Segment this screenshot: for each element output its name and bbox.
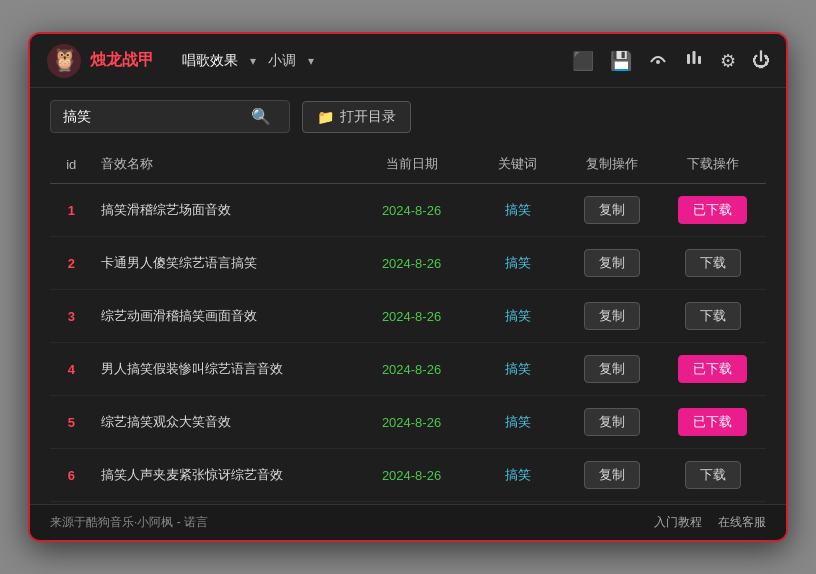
nav-singing-effect[interactable]: 唱歌效果 xyxy=(174,48,246,74)
svg-rect-4 xyxy=(693,51,696,64)
app-logo: 🦉 xyxy=(46,43,82,79)
cell-keyword[interactable]: 搞笑 xyxy=(471,449,566,502)
cell-date: 2024-8-26 xyxy=(352,184,470,237)
copy-button-5[interactable]: 复制 xyxy=(584,408,640,436)
download-button-1[interactable]: 已下载 xyxy=(678,196,747,224)
svg-point-2 xyxy=(656,60,660,64)
nav-arrow-2: ▾ xyxy=(308,54,314,68)
search-input[interactable] xyxy=(63,109,243,125)
copy-button-2[interactable]: 复制 xyxy=(584,249,640,277)
copy-button-4[interactable]: 复制 xyxy=(584,355,640,383)
cell-keyword[interactable]: 搞笑 xyxy=(471,343,566,396)
svg-rect-3 xyxy=(687,54,690,64)
col-name: 音效名称 xyxy=(93,145,353,184)
settings-icon[interactable]: ⚙ xyxy=(720,50,736,72)
footer-links: 入门教程 在线客服 xyxy=(654,514,766,531)
table-row: 5 综艺搞笑观众大笑音效 2024-8-26 搞笑 复制 已下载 xyxy=(50,396,766,449)
logo-area: 🦉 烛龙战甲 xyxy=(46,43,154,79)
nav-minor[interactable]: 小调 xyxy=(260,48,304,74)
col-copy-op: 复制操作 xyxy=(565,145,660,184)
svg-text:🦉: 🦉 xyxy=(51,46,79,73)
search-input-wrap: 🔍 xyxy=(50,100,290,133)
copy-button-6[interactable]: 复制 xyxy=(584,461,640,489)
col-keyword: 关键词 xyxy=(471,145,566,184)
cell-download: 已下载 xyxy=(660,396,766,449)
nav-arrow-1: ▾ xyxy=(250,54,256,68)
cell-copy: 复制 xyxy=(565,343,660,396)
svg-rect-5 xyxy=(698,56,701,64)
title-bar: 🦉 烛龙战甲 唱歌效果 ▾ 小调 ▾ ⬛ 💾 xyxy=(30,34,786,88)
col-download-op: 下载操作 xyxy=(660,145,766,184)
power-icon[interactable]: ⏻ xyxy=(752,50,770,71)
nav-section: 唱歌效果 ▾ 小调 ▾ xyxy=(174,48,314,74)
cell-download: 已下载 xyxy=(660,184,766,237)
cell-date: 2024-8-26 xyxy=(352,237,470,290)
cell-keyword[interactable]: 搞笑 xyxy=(471,184,566,237)
download-button-6[interactable]: 下载 xyxy=(685,461,741,489)
cell-name: 综艺动画滑稽搞笑画面音效 xyxy=(93,290,353,343)
cell-keyword[interactable]: 搞笑 xyxy=(471,290,566,343)
cell-copy: 复制 xyxy=(565,290,660,343)
cell-name: 搞笑人声夹麦紧张惊讶综艺音效 xyxy=(93,449,353,502)
cell-copy: 复制 xyxy=(565,449,660,502)
cell-date: 2024-8-26 xyxy=(352,290,470,343)
cell-id: 5 xyxy=(50,396,93,449)
footer-info: 来源于酷狗音乐·小阿枫 - 诺言 xyxy=(50,514,654,531)
save-icon[interactable]: 💾 xyxy=(610,50,632,72)
download-button-2[interactable]: 下载 xyxy=(685,249,741,277)
cell-name: 男人搞笑假装惨叫综艺语言音效 xyxy=(93,343,353,396)
tutorial-link[interactable]: 入门教程 xyxy=(654,514,702,531)
cell-id: 2 xyxy=(50,237,93,290)
table-row: 4 男人搞笑假装惨叫综艺语言音效 2024-8-26 搞笑 复制 已下载 xyxy=(50,343,766,396)
search-bar: 🔍 📁 打开目录 xyxy=(30,88,786,145)
cell-keyword[interactable]: 搞笑 xyxy=(471,237,566,290)
download-button-4[interactable]: 已下载 xyxy=(678,355,747,383)
cell-id: 3 xyxy=(50,290,93,343)
cell-name: 搞笑滑稽综艺场面音效 xyxy=(93,184,353,237)
cell-download: 下载 xyxy=(660,449,766,502)
cell-copy: 复制 xyxy=(565,396,660,449)
cell-download: 已下载 xyxy=(660,343,766,396)
open-dir-button[interactable]: 📁 打开目录 xyxy=(302,101,411,133)
open-dir-label: 打开目录 xyxy=(340,108,396,126)
cell-download: 下载 xyxy=(660,290,766,343)
cell-copy: 复制 xyxy=(565,184,660,237)
table-container[interactable]: id 音效名称 当前日期 关键词 复制操作 下载操作 1 搞笑滑稽综艺场面音效 … xyxy=(30,145,786,504)
sound-effects-table: id 音效名称 当前日期 关键词 复制操作 下载操作 1 搞笑滑稽综艺场面音效 … xyxy=(50,145,766,504)
cell-date: 2024-8-26 xyxy=(352,396,470,449)
cell-name: 综艺搞笑观众大笑音效 xyxy=(93,396,353,449)
equalizer-icon[interactable] xyxy=(684,48,704,73)
footer: 来源于酷狗音乐·小阿枫 - 诺言 入门教程 在线客服 xyxy=(30,504,786,540)
col-date: 当前日期 xyxy=(352,145,470,184)
col-id: id xyxy=(50,145,93,184)
cell-keyword[interactable]: 搞笑 xyxy=(471,396,566,449)
cell-name: 卡通男人傻笑综艺语言搞笑 xyxy=(93,237,353,290)
cell-id: 4 xyxy=(50,343,93,396)
copy-button-3[interactable]: 复制 xyxy=(584,302,640,330)
folder-icon: 📁 xyxy=(317,109,334,125)
cell-date: 2024-8-26 xyxy=(352,343,470,396)
table-row: 2 卡通男人傻笑综艺语言搞笑 2024-8-26 搞笑 复制 下载 xyxy=(50,237,766,290)
table-row: 6 搞笑人声夹麦紧张惊讶综艺音效 2024-8-26 搞笑 复制 下载 xyxy=(50,449,766,502)
cell-id: 1 xyxy=(50,184,93,237)
cell-id: 6 xyxy=(50,449,93,502)
table-row: 1 搞笑滑稽综艺场面音效 2024-8-26 搞笑 复制 已下载 xyxy=(50,184,766,237)
copy-button-1[interactable]: 复制 xyxy=(584,196,640,224)
cell-date: 2024-8-26 xyxy=(352,449,470,502)
search-icon[interactable]: 🔍 xyxy=(251,107,271,126)
app-window: 🦉 烛龙战甲 唱歌效果 ▾ 小调 ▾ ⬛ 💾 xyxy=(28,32,788,542)
download-button-5[interactable]: 已下载 xyxy=(678,408,747,436)
screen-icon[interactable]: ⬛ xyxy=(572,50,594,72)
cell-copy: 复制 xyxy=(565,237,660,290)
app-title: 烛龙战甲 xyxy=(90,50,154,71)
signal-icon[interactable] xyxy=(648,48,668,73)
toolbar-icons: ⬛ 💾 ⚙ ⏻ xyxy=(572,48,770,73)
table-header-row: id 音效名称 当前日期 关键词 复制操作 下载操作 xyxy=(50,145,766,184)
support-link[interactable]: 在线客服 xyxy=(718,514,766,531)
table-row: 3 综艺动画滑稽搞笑画面音效 2024-8-26 搞笑 复制 下载 xyxy=(50,290,766,343)
cell-download: 下载 xyxy=(660,237,766,290)
download-button-3[interactable]: 下载 xyxy=(685,302,741,330)
